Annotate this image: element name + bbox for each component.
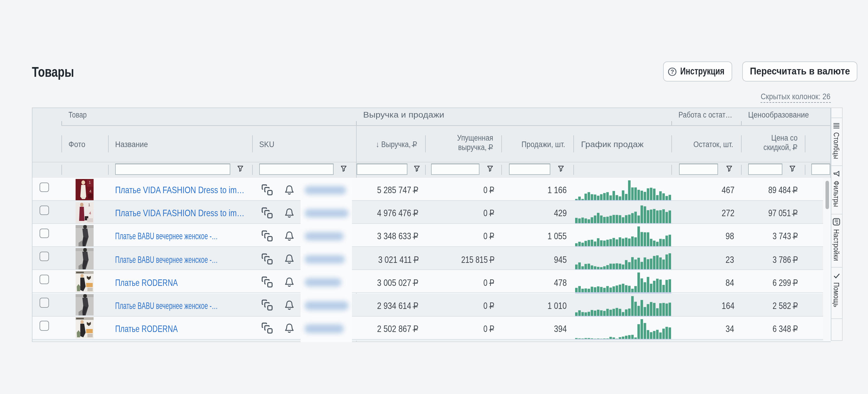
svg-text:4: 4 [89,189,92,193]
svg-text:?: ? [670,68,674,75]
svg-text:4: 4 [89,211,91,215]
svg-text:1: 1 [88,203,90,207]
svg-text:1: 1 [89,180,91,185]
